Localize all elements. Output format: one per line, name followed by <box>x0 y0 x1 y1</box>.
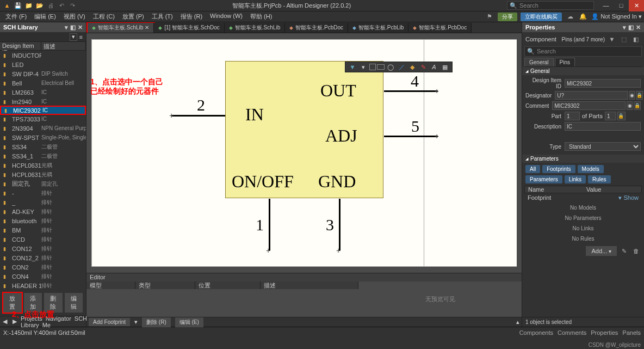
library-row[interactable]: ▮AD-KEY排针 <box>0 207 86 216</box>
trash-icon[interactable]: 🗑 <box>631 246 641 256</box>
menu-item[interactable]: 报告 (R) <box>177 11 206 22</box>
add-param-button[interactable]: Add... ▾ <box>586 246 617 256</box>
minimize-button[interactable]: — <box>598 0 614 11</box>
dock-icon[interactable]: ◧ <box>70 24 76 31</box>
document-tab[interactable]: ◆智能车主板.PcbLib <box>348 23 408 33</box>
document-tab[interactable]: ◆[1] 智能车主板.SchDoc <box>154 23 225 33</box>
library-row[interactable]: ▮MIC29302IC <box>0 106 86 115</box>
global-search[interactable]: 🔍 Search <box>507 1 594 10</box>
designator-input[interactable] <box>555 91 628 100</box>
tab-pins[interactable]: Pins <box>555 58 575 66</box>
menu-item[interactable]: 工具 (T) <box>148 11 176 22</box>
annotation-2: 2、点击放置 <box>12 310 54 320</box>
description-input[interactable] <box>565 122 641 131</box>
library-row[interactable]: ▮SS34_1二极管 <box>0 151 86 161</box>
menu-item[interactable]: 文件 (F) <box>2 11 30 22</box>
visible-icon[interactable]: ◉ <box>629 91 635 100</box>
library-row[interactable]: ▮SW DIP-4DIP Switch <box>0 69 86 78</box>
library-row[interactable]: ▮bluetooth排针 <box>0 216 86 225</box>
document-tab[interactable]: ◆智能车主板.SchLib ✕ <box>88 23 154 33</box>
close-panel-icon[interactable]: ✕ <box>78 24 83 31</box>
library-row[interactable]: ▮SW-SPSTSingle-Pole, Single-Th <box>0 133 86 142</box>
filter-icon[interactable]: ▼ <box>607 34 617 44</box>
redo-icon[interactable]: ↷ <box>69 2 76 9</box>
open-icon[interactable]: 📂 <box>36 2 44 9</box>
library-list[interactable]: ▮INDUCTOR_2▮LED▮SW DIP-4DIP Switch▮BellE… <box>0 51 86 290</box>
cloud-icon[interactable]: ☁ <box>565 12 575 22</box>
library-row[interactable]: ▮_排针 <box>0 198 86 207</box>
status-tab[interactable]: Properties <box>591 329 618 336</box>
comment-input[interactable] <box>552 101 626 110</box>
library-row[interactable]: ▮2N3904NPN General Purpose <box>0 124 86 133</box>
filter-pill[interactable]: Links <box>565 175 586 183</box>
library-row[interactable]: ▮HCPL0631_1光耦 <box>0 170 86 179</box>
edit-icon[interactable]: ✎ <box>619 246 629 256</box>
panel-tab[interactable]: Me <box>42 322 51 328</box>
filter-pill[interactable]: All <box>525 165 540 173</box>
highlight-icon[interactable]: ◧ <box>631 34 641 44</box>
library-row[interactable]: ▮HCPL0631光耦 <box>0 161 86 170</box>
filter-pill[interactable]: Models <box>578 165 604 173</box>
menu-item[interactable]: 编辑 (E) <box>31 11 59 22</box>
signin-link[interactable]: 👤 Not Signed In ▾ <box>591 13 642 20</box>
library-row[interactable]: ▮TPS73033IC <box>0 114 86 124</box>
edit-model-button[interactable]: 编辑 (E) <box>175 317 203 327</box>
filter-pill[interactable]: Footprints <box>542 165 575 173</box>
share-button[interactable]: 分享 <box>498 13 517 21</box>
flag-icon[interactable]: ⚑ <box>485 12 494 22</box>
menu-item[interactable]: 视图 (V) <box>60 11 89 22</box>
filter-pill[interactable]: Rules <box>588 175 611 183</box>
library-row[interactable]: ▮LED <box>0 60 86 69</box>
undo-icon[interactable]: ↶ <box>58 2 65 9</box>
library-row[interactable]: ▮LM2663IC <box>0 88 86 97</box>
library-row[interactable]: ▮CON12_2排针 <box>0 253 86 262</box>
filter-dropdown[interactable]: ▾ <box>70 33 77 41</box>
add-footprint-button[interactable]: Add Footprint <box>89 318 130 326</box>
library-row[interactable]: ▮固定孔固定孔 <box>0 179 86 188</box>
close-button[interactable]: ✕ <box>629 0 644 11</box>
maximize-button[interactable]: □ <box>614 0 629 11</box>
menu-item[interactable]: 放置 (P) <box>119 11 147 22</box>
library-row[interactable]: ▮CCD排针 <box>0 235 86 244</box>
filter-icon[interactable]: ≡ <box>79 34 83 40</box>
status-tab[interactable]: Comments <box>558 329 586 336</box>
tab-general[interactable]: General <box>524 58 554 66</box>
menu-item[interactable]: 工程 (C) <box>90 11 118 22</box>
design-item-input[interactable] <box>565 79 641 88</box>
menu-item[interactable]: 帮助 (H) <box>247 11 275 22</box>
type-select[interactable]: Standard <box>565 142 641 151</box>
library-row[interactable]: ▮INDUCTOR_2 <box>0 51 86 60</box>
select-icon[interactable]: ⬚ <box>619 34 629 44</box>
library-row[interactable]: ▮BM排针 <box>0 225 86 235</box>
lock-icon[interactable]: 🔒 <box>636 91 643 100</box>
document-tab[interactable]: ◆智能车主板.PcbDoc <box>285 23 348 33</box>
library-row[interactable]: ▮HEADER 10X2排针 <box>0 281 86 290</box>
status-tab[interactable]: Panels <box>622 329 641 336</box>
pin-icon[interactable]: ▾ <box>65 24 68 31</box>
footprint-row[interactable]: Footprint▾ Show <box>522 193 644 203</box>
library-row[interactable]: ▮CON4排针 <box>0 272 86 281</box>
document-tab[interactable]: ◆智能车主板.SchLib <box>225 23 285 33</box>
tab-left-icon[interactable]: ◀ <box>1 318 9 325</box>
library-row[interactable]: ▮-排针 <box>0 188 86 198</box>
library-row[interactable]: ▮CON12排针 <box>0 244 86 253</box>
library-row[interactable]: ▮lm2940IC <box>0 97 86 106</box>
menu-item[interactable]: Window (W) <box>207 11 246 22</box>
print-icon[interactable]: 🖨 <box>47 2 54 9</box>
status-tab[interactable]: Components <box>519 329 553 336</box>
save-icon[interactable]: 💾 <box>14 2 22 9</box>
delete-model-button[interactable]: 删除 (R) <box>142 317 171 327</box>
library-row[interactable]: ▮SS34二极管 <box>0 142 86 151</box>
floating-toolbar[interactable]: ▼▾ ◯ ／ ◆ ✎ A ▦ <box>345 62 453 72</box>
folder-icon[interactable]: 📁 <box>25 2 33 9</box>
canvas[interactable]: 2 IN 4 OUT 5 ADJ 1 ON/OFF 3 GND + + + + … <box>86 33 522 273</box>
document-tab[interactable]: ◆智能车主板.PcbDoc <box>408 23 472 33</box>
prop-search[interactable]: Search <box>537 48 556 55</box>
collapse-icon[interactable]: ▴ <box>516 319 519 326</box>
lib-action-button[interactable]: 编辑 <box>65 293 83 313</box>
library-row[interactable]: ▮BellElectrical Bell <box>0 78 86 88</box>
bell-icon[interactable]: 🔔 <box>578 12 588 22</box>
buy-button[interactable]: 立即在线购买 <box>521 13 562 21</box>
library-row[interactable]: ▮CON2排针 <box>0 262 86 272</box>
filter-pill[interactable]: Parameters <box>525 175 562 183</box>
